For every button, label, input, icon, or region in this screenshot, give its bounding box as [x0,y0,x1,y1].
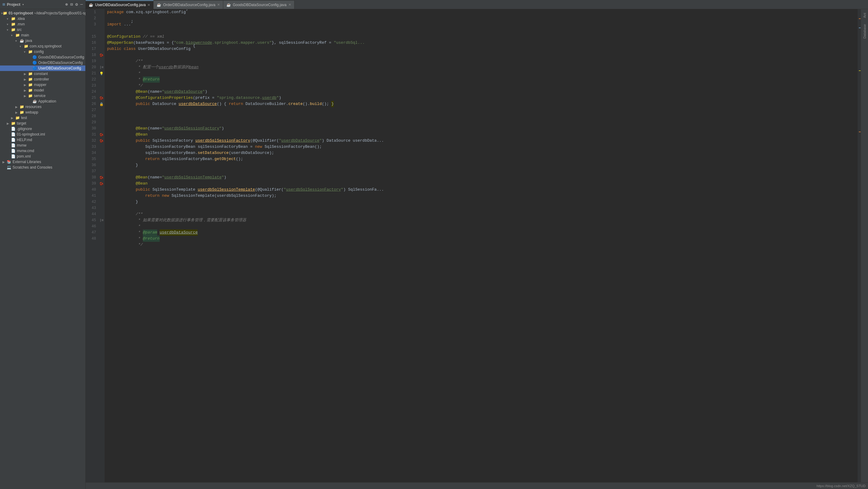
project-icon: ⊞ [2,2,5,7]
arrow-icon: ▶ [24,89,28,92]
tree-item-config[interactable]: ▾ 📁 config [0,49,85,55]
gutter-cell [98,223,104,230]
code-line [107,119,858,125]
tree-item-help[interactable]: 📄 HELP.md [0,137,85,143]
scroll-marker [859,28,861,28]
tree-item-mapper[interactable]: ▶ 📁 mapper [0,82,85,88]
line-num: 22 [88,77,96,83]
tree-item-orderdb[interactable]: 🔵 OrderDBDataSourceConfig [0,60,85,65]
code-line: @MapperScan(basePackages = {"com.bipower… [107,40,858,46]
line-num: 3 [88,22,96,28]
tree-item-mvnw[interactable]: 📄 mvnw [0,143,85,148]
gutter-cell: 🫘 [98,132,104,138]
line-num: 29 [88,119,96,125]
tree-item-model[interactable]: ▶ 📁 model [0,88,85,93]
file-icon: 📄 [11,127,16,131]
tree-item-label: External Libraries [12,160,41,164]
code-line: public SqlSessionFactory userdbSqlSessio… [107,138,858,144]
scroll-marker [859,18,861,19]
tab-goodsdb[interactable]: ☕ GoodsDBDataSourceConfig.java ✕ [223,0,294,9]
tree-item-test[interactable]: ▶ 📁 test [0,115,85,121]
tree-item-label: constant [34,71,48,76]
tree-item-label: main [21,33,29,37]
tree-item-resources[interactable]: ▶ 📁 resources [0,104,85,110]
collapse-icon[interactable]: ⊟ [70,2,73,7]
settings-icon[interactable]: ⚙ [75,2,78,7]
tree-item-label: Scratches and Consoles [12,165,52,170]
arrow-icon: ▶ [7,122,11,125]
arrow-icon: ▶ [24,72,28,76]
code-line: * @param userdbDataSource [107,230,858,236]
code-editor[interactable]: 1 2 3 15 16 17 18 19 20 21 22 23 24 25 2… [86,9,868,482]
code-line: } [107,199,858,205]
arrow-icon: ▾ [15,39,20,42]
tree-item-service[interactable]: ▶ 📁 service [0,93,85,98]
tab-userdb[interactable]: ☕ UserDBDataSourceConfig.java ✕ [86,0,154,9]
folder-icon: 📁 [15,33,20,37]
tree-item-userdb[interactable]: 🔵 UserDBDataSourceConfig [0,65,85,71]
tree-item-pkg[interactable]: ▾ 📁 com.xzq.springboot [0,44,85,49]
locate-icon[interactable]: ⊕ [65,2,68,7]
tree-item-label: mvnw.cmd [17,149,34,153]
code-line [107,168,858,174]
line-num: 34 [88,150,96,156]
gutter-cell [98,187,104,193]
line-num: 21 [88,70,96,77]
project-dropdown-icon[interactable]: ▾ [22,3,24,6]
gutter-cell: 💡 [98,70,104,77]
database-tab[interactable]: Database [862,22,867,41]
tree-item-application[interactable]: ☕ Application [0,98,85,104]
code-line [107,15,858,22]
tree-item-main[interactable]: ▾ 📁 main [0,32,85,38]
tree-item-goodsdb[interactable]: 🔵 GoodsDBDataSourceConfig [0,55,85,60]
code-line: @Bean(name="userdbSqlSessionFactory") [107,125,858,132]
tree-item-target[interactable]: ▶ 📁 target [0,121,85,126]
gutter-cell [98,162,104,168]
line-num: 17 [88,46,96,52]
line-num [88,28,96,34]
tree-item-constant[interactable]: ▶ 📁 constant [0,71,85,77]
line-num: 30 [88,125,96,132]
line-num: 31 [88,132,96,138]
tab-close-icon[interactable]: ✕ [288,3,291,7]
lib-icon: 📚 [7,160,11,164]
tree-item-idea[interactable]: ▾ 📁 .idea [0,16,85,22]
tree-item-webapp[interactable]: ▶ 📁 webapp [0,110,85,115]
xml-icon: 📄 [11,154,16,159]
tree-item-label: Application [38,99,56,104]
folder-icon: 📁 [11,17,16,21]
code-content[interactable]: package com.xzq.springboot.config; impor… [104,9,858,482]
tree-item-label: webapp [25,110,38,114]
gutter-cell: 🫘 [98,180,104,187]
tree-item-mvn[interactable]: ▾ 📁 .mvn [0,22,85,27]
code-line: sqlSessionFactoryBean.setDataSource(user… [107,150,858,156]
tree-item-pom[interactable]: 📄 pom.xml [0,154,85,159]
tree-item-root[interactable]: ▾ 📁 01-springboot ~/ideaProjects/SpringB… [0,10,85,16]
arrow-icon: ▶ [15,105,20,109]
folder-icon: 📁 [11,22,16,26]
minimize-icon[interactable]: — [81,2,83,7]
line-num: 27 [88,107,96,113]
gutter-cell [98,34,104,40]
tree-item-gitignore[interactable]: 📄 .gitignore [0,126,85,132]
tree-item-src[interactable]: ▾ 📁 src [0,27,85,32]
file-icon: 📄 [11,149,16,153]
tree-item-java[interactable]: ▾ ☕ java [0,38,85,44]
gutter-cell: |≡ [98,64,104,70]
ant-tab[interactable]: Ant [862,10,867,21]
tree-item-scratches[interactable]: 💻 Scratches and Consoles [0,165,85,170]
tree-item-external-libs[interactable]: ▶ 📚 External Libraries [0,159,85,165]
code-line: public class UserDBDataSourceConfig { [107,46,858,52]
tab-orderdb[interactable]: ☕ OrderDBDataSourceConfig.java ✕ [154,0,223,9]
tab-close-icon[interactable]: ✕ [148,3,150,7]
file-icon: 📄 [11,143,16,147]
line-num: 26 [88,101,96,107]
arrow-icon: ▾ [20,45,24,48]
tree-item-iml[interactable]: 📄 01-springboot.iml [0,132,85,137]
gutter-cell [98,89,104,95]
gutter-cell [98,125,104,132]
tree-item-controller[interactable]: ▶ 📁 controller [0,77,85,82]
tab-close-icon[interactable]: ✕ [217,3,220,7]
code-line: package com.xzq.springboot.config; [107,9,858,15]
tree-item-mvnw-cmd[interactable]: 📄 mvnw.cmd [0,148,85,154]
